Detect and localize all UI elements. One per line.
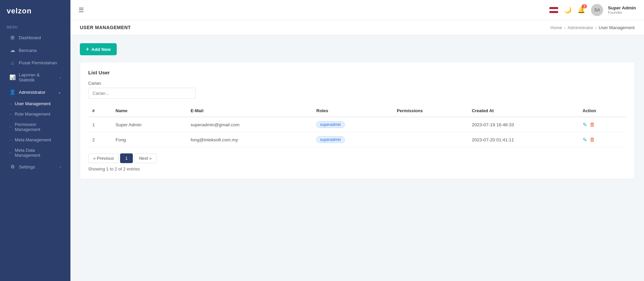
- cell-created-at: 2023-07-19 16:46:33: [468, 117, 579, 132]
- main-content: ☰ 🌙 🔔 3 SA: [70, 0, 644, 281]
- cell-num: 1: [88, 117, 112, 132]
- col-email: E-Mail: [186, 105, 312, 117]
- sidebar-item-meta-data-management[interactable]: Meta Data Management: [3, 145, 68, 160]
- col-permissions: Permissions: [393, 105, 468, 117]
- cell-role: superadmin: [312, 117, 393, 132]
- edit-button[interactable]: ✎: [583, 122, 587, 128]
- sidebar-item-bencana[interactable]: ☁ Bencana: [3, 44, 68, 56]
- sidebar-item-label: Settings: [19, 164, 35, 169]
- chevron-right-icon: ›: [60, 165, 61, 169]
- header: ☰ 🌙 🔔 3 SA: [70, 0, 644, 20]
- edit-button[interactable]: ✎: [583, 137, 587, 143]
- breadcrumb-home[interactable]: Home: [550, 25, 562, 30]
- prev-page-button[interactable]: « Previous: [88, 153, 119, 163]
- list-user-card: List User Carian # Name E-Mail Roles Per…: [80, 62, 635, 179]
- delete-button[interactable]: 🗑: [590, 122, 595, 128]
- next-page-button[interactable]: Next »: [134, 153, 157, 163]
- content-body: + Add New List User Carian # Name E-Mail…: [70, 35, 644, 187]
- page-title: USER MANAGEMENT: [80, 25, 131, 30]
- search-input[interactable]: [88, 88, 196, 99]
- settings-icon: ⚙: [9, 164, 15, 170]
- cell-permissions: [393, 117, 468, 132]
- laporan-icon: 📊: [9, 74, 15, 80]
- notification-badge: 3: [582, 4, 587, 8]
- cell-action: ✎ 🗑: [579, 117, 626, 132]
- table-row: 1 Super Admin superadmin@gmail.com super…: [88, 117, 626, 132]
- user-role: Founder: [608, 10, 636, 14]
- sidebar-item-pusat-pemindahan[interactable]: ⌂ Pusat Pemindahan: [3, 57, 68, 69]
- add-new-label: Add New: [91, 47, 111, 52]
- breadcrumb-sep-2: ›: [595, 25, 597, 30]
- sidebar-item-label: Laporan & Statistik: [19, 72, 56, 82]
- sub-item-label: Role Management: [15, 112, 50, 117]
- cell-num: 2: [88, 132, 112, 147]
- moon-icon: 🌙: [564, 6, 572, 14]
- col-roles: Roles: [312, 105, 393, 117]
- table-header-row: # Name E-Mail Roles Permissions Created …: [88, 105, 626, 117]
- cell-role: superadmin: [312, 132, 393, 147]
- cell-permissions: [393, 132, 468, 147]
- sidebar-item-label: Pusat Pemindahan: [19, 60, 57, 65]
- dashboard-icon: ⊞: [9, 34, 15, 41]
- chevron-right-icon: ›: [60, 75, 61, 79]
- header-icons: 🌙 🔔 3 SA Super Admin Founder: [549, 4, 636, 16]
- pagination: « Previous 1 Next »: [88, 153, 626, 163]
- sidebar-item-settings[interactable]: ⚙ Settings ›: [3, 161, 68, 173]
- search-label: Carian: [88, 81, 626, 86]
- user-profile-button[interactable]: SA Super Admin Founder: [591, 4, 636, 16]
- breadcrumb-current: User Management: [599, 25, 635, 30]
- sidebar-item-administrator[interactable]: 👤 Administrator ⌄: [3, 86, 68, 98]
- sidebar-item-label: Administrator: [19, 90, 46, 95]
- hamburger-menu-button[interactable]: ☰: [78, 6, 84, 14]
- col-created-at: Created At: [468, 105, 579, 117]
- user-info: Super Admin Founder: [608, 5, 636, 14]
- administrator-icon: 👤: [9, 89, 15, 95]
- avatar: SA: [591, 4, 603, 16]
- sidebar-item-dashboard[interactable]: ⊞ Dashboard: [3, 31, 68, 44]
- notification-button[interactable]: 🔔 3: [578, 6, 585, 14]
- col-action: Action: [579, 105, 626, 117]
- sidebar-item-label: Dashboard: [19, 35, 41, 40]
- page-content: USER MANAGEMENT Home › Administrator › U…: [70, 20, 644, 281]
- cell-action: ✎ 🗑: [579, 132, 626, 147]
- sidebar: velzon MENU ⊞ Dashboard ☁ Bencana ⌂ Pusa…: [0, 0, 70, 281]
- page-1-button[interactable]: 1: [120, 153, 132, 163]
- sidebar-item-permission-management[interactable]: Permission Management: [3, 120, 68, 134]
- sub-item-label: Meta Data Management: [15, 148, 61, 158]
- page-header: USER MANAGEMENT Home › Administrator › U…: [70, 20, 644, 35]
- card-title: List User: [88, 70, 626, 75]
- pagination-info: Showing 1 to 2 of 2 entries: [88, 166, 626, 171]
- dark-mode-button[interactable]: 🌙: [564, 6, 572, 14]
- sidebar-item-role-management[interactable]: Role Management: [3, 109, 68, 119]
- flag-us-icon: [549, 7, 558, 13]
- col-name: Name: [112, 105, 187, 117]
- sidebar-item-laporan[interactable]: 📊 Laporan & Statistik ›: [3, 69, 68, 85]
- cell-created-at: 2023-07-20 01:41:11: [468, 132, 579, 147]
- sub-item-label: User Management: [15, 101, 51, 106]
- pusat-icon: ⌂: [9, 60, 15, 66]
- cell-name: Super Admin: [112, 117, 187, 132]
- chevron-down-icon: ⌄: [58, 90, 61, 94]
- sub-item-label: Meta Management: [15, 137, 51, 142]
- app-logo: velzon: [0, 0, 70, 21]
- bencana-icon: ☁: [9, 47, 15, 53]
- cell-email: fong@inteksoft.com.my: [186, 132, 312, 147]
- cell-name: Fong: [112, 132, 187, 147]
- add-new-button[interactable]: + Add New: [80, 43, 117, 55]
- sidebar-item-user-management[interactable]: User Management: [3, 99, 68, 109]
- sidebar-item-meta-management[interactable]: Meta Management: [3, 135, 68, 145]
- plus-icon: +: [86, 46, 89, 52]
- breadcrumb-administrator[interactable]: Administrator: [568, 25, 593, 30]
- breadcrumb: Home › Administrator › User Management: [550, 25, 635, 30]
- breadcrumb-sep-1: ›: [564, 25, 566, 30]
- user-table: # Name E-Mail Roles Permissions Created …: [88, 105, 626, 147]
- table-row: 2 Fong fong@inteksoft.com.my superadmin …: [88, 132, 626, 147]
- sub-item-label: Permission Management: [15, 122, 61, 132]
- user-name: Super Admin: [608, 5, 636, 10]
- menu-section-label: MENU: [0, 21, 70, 31]
- col-num: #: [88, 105, 112, 117]
- sidebar-item-label: Bencana: [19, 48, 37, 53]
- cell-email: superadmin@gmail.com: [186, 117, 312, 132]
- delete-button[interactable]: 🗑: [590, 137, 595, 143]
- language-flag-button[interactable]: [549, 7, 558, 13]
